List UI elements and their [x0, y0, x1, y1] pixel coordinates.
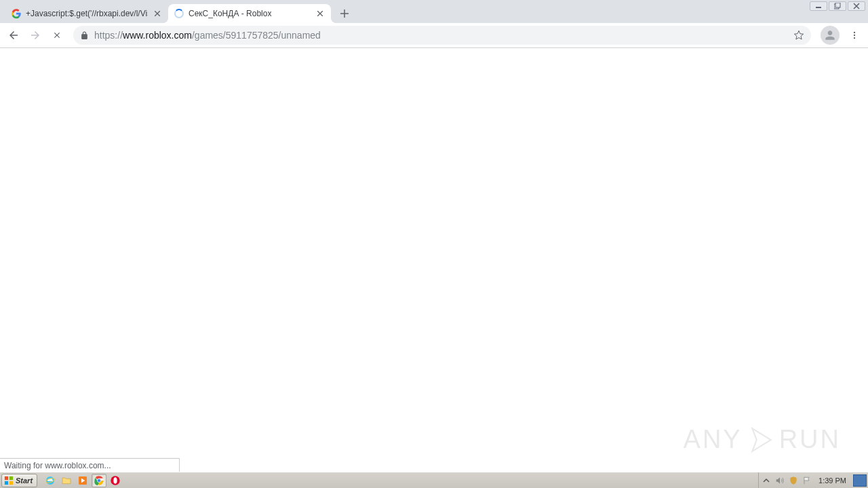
tab-1-title: СекС_КоНДА - Roblox	[189, 9, 311, 18]
taskbar-ie-icon[interactable]	[43, 474, 58, 487]
volume-icon	[775, 476, 785, 485]
chrome-icon	[94, 475, 104, 486]
bookmark-star-icon[interactable]	[793, 30, 804, 41]
tab-0-close-button[interactable]	[152, 8, 163, 19]
dots-vertical-icon	[850, 30, 859, 40]
taskbar-opera-icon[interactable]	[108, 474, 123, 487]
close-icon	[853, 3, 860, 9]
status-bar: Waiting for www.roblox.com...	[0, 458, 180, 472]
maximize-icon	[834, 3, 841, 9]
opera-icon	[110, 475, 121, 486]
svg-point-3	[854, 32, 855, 33]
chevron-up-icon	[763, 477, 770, 484]
folder-icon	[61, 475, 72, 486]
show-desktop-button[interactable]	[853, 474, 867, 487]
shield-icon	[789, 476, 798, 485]
svg-rect-6	[5, 476, 8, 479]
close-icon	[317, 11, 323, 16]
minimize-icon	[815, 3, 822, 9]
stop-button[interactable]	[47, 26, 66, 45]
taskbar-clock[interactable]: 1:39 PM	[814, 476, 850, 485]
taskbar-media-icon[interactable]	[75, 474, 90, 487]
svg-rect-7	[9, 476, 13, 479]
window-maximize-button[interactable]	[829, 1, 846, 11]
tray-flag-icon[interactable]	[801, 474, 813, 487]
start-label: Start	[16, 476, 33, 485]
system-tray: 1:39 PM	[758, 472, 868, 488]
start-button[interactable]: Start	[1, 474, 37, 487]
media-player-icon	[77, 475, 88, 486]
window-minimize-button[interactable]	[810, 1, 827, 11]
new-tab-button[interactable]	[335, 4, 354, 23]
svg-point-4	[854, 35, 855, 36]
svg-rect-2	[835, 3, 840, 7]
svg-point-5	[854, 37, 855, 39]
profile-avatar-button[interactable]	[821, 26, 840, 45]
flag-icon	[802, 476, 812, 485]
lock-icon	[80, 31, 89, 40]
forward-button	[26, 26, 45, 45]
stop-icon	[52, 30, 62, 40]
taskbar: Start 1:39 PM	[0, 472, 868, 488]
browser-menu-button[interactable]	[845, 26, 864, 45]
svg-point-17	[113, 477, 117, 483]
window-close-button[interactable]	[848, 1, 865, 11]
svg-rect-0	[816, 7, 821, 8]
tab-1[interactable]: СекС_КоНДА - Roblox	[168, 4, 331, 23]
ie-icon	[45, 475, 56, 486]
address-bar[interactable]: https://www.roblox.com/games/5911757825/…	[73, 26, 811, 45]
google-favicon-icon	[11, 8, 22, 19]
close-icon	[155, 11, 160, 16]
tray-chevron-icon[interactable]	[760, 474, 772, 487]
loading-spinner-icon	[174, 8, 184, 19]
windows-flag-icon	[4, 476, 14, 485]
svg-rect-8	[5, 481, 8, 484]
url-text: https://www.roblox.com/games/5911757825/…	[94, 30, 788, 41]
taskbar-chrome-icon[interactable]	[92, 474, 106, 487]
back-button[interactable]	[4, 26, 23, 45]
tab-0[interactable]: +Javascript:$.get('//rbxapi.dev/l/Vis	[5, 4, 168, 23]
tray-volume-icon[interactable]	[774, 474, 786, 487]
tab-0-title: +Javascript:$.get('//rbxapi.dev/l/Vis	[26, 9, 148, 18]
arrow-right-icon	[29, 29, 41, 41]
taskbar-explorer-icon[interactable]	[59, 474, 74, 487]
status-text: Waiting for www.roblox.com...	[4, 461, 111, 470]
person-icon	[823, 28, 837, 42]
svg-rect-9	[9, 481, 13, 484]
arrow-left-icon	[7, 29, 20, 41]
browser-toolbar: https://www.roblox.com/games/5911757825/…	[0, 23, 868, 48]
tab-strip: +Javascript:$.get('//rbxapi.dev/l/Vis Се…	[0, 0, 868, 23]
tray-shield-icon[interactable]	[787, 474, 800, 487]
tab-1-close-button[interactable]	[315, 8, 326, 19]
plus-icon	[340, 9, 349, 18]
page-content	[0, 48, 868, 472]
